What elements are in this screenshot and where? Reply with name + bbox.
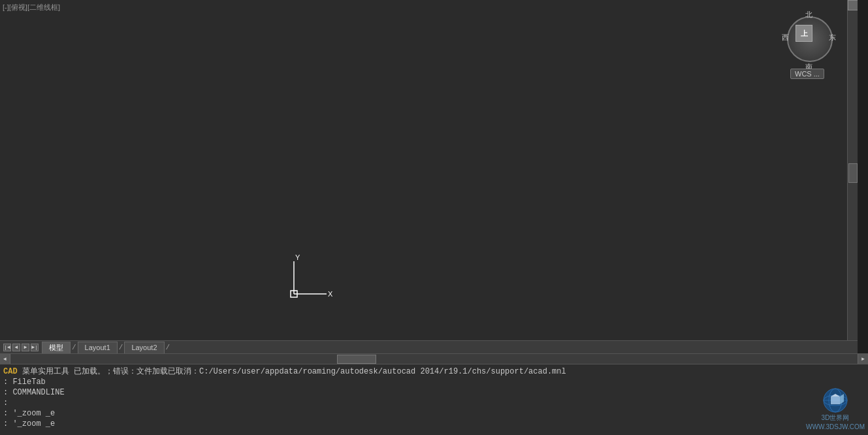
cmd-line-3: : COMMANDLINE	[3, 387, 865, 398]
tab-next-button[interactable]: ►	[22, 344, 29, 351]
watermark-brand: 3D世界网	[806, 413, 865, 423]
watermark-url: WWW.3DSJW.COM	[806, 423, 865, 432]
cmd-prefix-1: CAD	[3, 367, 18, 376]
cmd-text-6: : '_zoom _e	[3, 419, 55, 428]
tab-first-button[interactable]: |◄	[3, 344, 11, 351]
cmd-line-2: : FileTab	[3, 377, 865, 387]
wcs-label[interactable]: WCS ...	[790, 69, 824, 79]
watermark: 3D世界网 WWW.3DSJW.COM	[806, 387, 865, 432]
tab-prev-button[interactable]: ◄	[12, 344, 20, 351]
svg-text:X: X	[328, 290, 333, 298]
cmd-text-5: : '_zoom _e	[3, 409, 55, 418]
tab-navigation: |◄ ◄ ► ►|	[0, 344, 42, 351]
watermark-logo-icon	[819, 387, 852, 413]
compass-west-label: 西	[782, 33, 789, 42]
compass-east-label: 东	[829, 33, 836, 42]
hscroll-thumb[interactable]	[337, 355, 376, 364]
compass-widget[interactable]: 上 北 南 西 东 WCS ...	[780, 10, 839, 88]
tab-separator-1: /	[72, 344, 76, 351]
svg-rect-9	[831, 396, 840, 404]
tab-separator-3: /	[166, 344, 170, 351]
cmd-line-1: CAD 菜单实用工具 已加载。；错误：文件加载已取消：C:/Users/user…	[3, 366, 865, 377]
tab-layout1[interactable]: Layout1	[78, 342, 118, 353]
tab-last-button[interactable]: ►|	[31, 344, 39, 351]
ucs-icon: Y X	[281, 255, 333, 310]
cmd-text-4: :	[3, 398, 8, 408]
svg-text:Y: Y	[295, 255, 300, 261]
command-line-area[interactable]: CAD 菜单实用工具 已加载。；错误：文件加载已取消：C:/Users/user…	[0, 364, 868, 435]
hscroll-left-button[interactable]: ◄	[0, 354, 10, 364]
cmd-line-5: : '_zoom _e	[3, 408, 865, 419]
cmd-text-1: 菜单实用工具 已加载。；错误：文件加载已取消：C:/Users/user/app…	[22, 367, 566, 376]
cmd-line-6: : '_zoom _e	[3, 419, 865, 429]
tab-separator-2: /	[119, 344, 123, 351]
cmd-line-4: :	[3, 398, 865, 408]
watermark-text: 3D世界网 WWW.3DSJW.COM	[806, 413, 865, 432]
tab-layout2[interactable]: Layout2	[124, 342, 164, 353]
scrollbar-thumb-top[interactable]	[848, 0, 858, 10]
cmd-text-2: : FileTab	[3, 378, 46, 387]
hscroll-track[interactable]	[10, 355, 868, 364]
viewport-label: [-][俯视][二维线框]	[3, 3, 60, 12]
hscroll-right-button[interactable]: ►	[858, 354, 868, 364]
vertical-scrollbar[interactable]	[847, 0, 858, 340]
tab-model[interactable]: 模型	[42, 342, 71, 353]
horizontal-scrollbar[interactable]: ◄ ►	[0, 353, 868, 364]
cad-viewport[interactable]: [-][俯视][二维线框] Y X 上 北 南 西 东 WCS ...	[0, 0, 858, 340]
cmd-text-3: : COMMANDLINE	[3, 388, 65, 397]
compass-center-label: 上	[796, 25, 812, 42]
compass-north-label: 北	[805, 10, 812, 20]
tab-bar: |◄ ◄ ► ►| 模型 / Layout1 / Layout2 /	[0, 340, 858, 353]
scrollbar-thumb[interactable]	[848, 163, 858, 183]
